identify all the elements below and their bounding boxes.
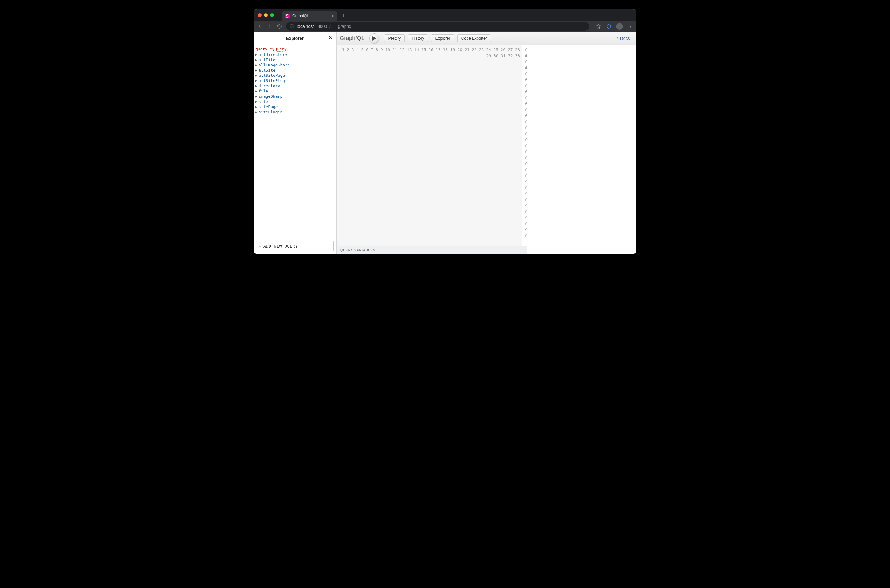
explorer-panel: Explorer query MyQuery ▶allDirectory▶all… — [254, 32, 336, 254]
add-new-query-button[interactable]: + ADD NEW QUERY — [256, 241, 334, 251]
explorer-field[interactable]: ▶allSite — [255, 68, 335, 73]
query-variables-label: QUERY VARIABLES — [340, 248, 375, 252]
graphiql-logo: GraphiQL — [339, 35, 365, 42]
editor-content[interactable]: # Welcome to GraphiQL # # GraphiQL is an… — [522, 45, 527, 246]
caret-right-icon: ▶ — [255, 94, 257, 98]
caret-right-icon: ▶ — [255, 105, 257, 108]
svg-point-15 — [630, 27, 630, 28]
execute-button[interactable] — [369, 33, 379, 44]
caret-right-icon: ▶ — [255, 89, 257, 93]
forward-button[interactable] — [266, 23, 273, 30]
explorer-field-label: allSitePage — [258, 73, 285, 78]
explorer-field-label: allFile — [258, 57, 275, 62]
caret-right-icon: ▶ — [255, 100, 257, 103]
svg-point-13 — [630, 25, 630, 25]
browser-menu-icon[interactable] — [627, 23, 633, 30]
query-variables-bar[interactable]: QUERY VARIABLES — [336, 246, 527, 254]
explorer-field-label: allImageSharp — [258, 63, 290, 67]
omnibox[interactable]: localhost:8000/___graphql — [286, 22, 589, 31]
docs-label: Docs — [620, 36, 630, 41]
explorer-field[interactable]: ▶allSitePage — [255, 73, 335, 78]
window-controls — [257, 9, 276, 21]
svg-point-14 — [630, 26, 630, 27]
explorer-field-label: allSitePlugin — [258, 78, 290, 83]
explorer-body: query MyQuery ▶allDirectory▶allFile▶allI… — [254, 45, 336, 238]
workspace: 1 2 3 4 5 6 7 8 9 10 11 12 13 14 15 16 1… — [336, 45, 636, 254]
caret-right-icon: ▶ — [255, 79, 257, 82]
tab-title: GraphiQL — [292, 14, 309, 18]
explorer-field[interactable]: ▶sitePage — [255, 104, 335, 110]
tab-strip: GraphiQL × + — [282, 9, 348, 21]
query-keyword: query — [255, 47, 267, 51]
caret-right-icon: ▶ — [255, 110, 257, 114]
logo-suffix: QL — [357, 35, 365, 41]
explorer-field[interactable]: ▶allImageSharp — [255, 62, 335, 68]
query-editor[interactable]: 1 2 3 4 5 6 7 8 9 10 11 12 13 14 15 16 1… — [336, 45, 527, 246]
graphiql-app: Explorer query MyQuery ▶allDirectory▶all… — [254, 32, 636, 254]
reload-button[interactable] — [276, 23, 282, 30]
svg-marker-11 — [596, 24, 600, 28]
browser-tab[interactable]: GraphiQL × — [282, 11, 337, 21]
profile-avatar[interactable] — [616, 23, 623, 30]
caret-right-icon: ▶ — [255, 58, 257, 62]
main-panel: GraphiQL Prettify History Explorer Code … — [336, 32, 636, 254]
explorer-field[interactable]: ▶imageSharp — [255, 94, 335, 99]
explorer-button[interactable]: Explorer — [431, 34, 454, 42]
tab-close-icon[interactable]: × — [332, 14, 334, 18]
explorer-field-label: sitePlugin — [258, 110, 282, 114]
docs-button[interactable]: Docs — [612, 32, 633, 45]
explorer-field[interactable]: ▶site — [255, 99, 335, 104]
add-new-query-label: ADD NEW QUERY — [263, 244, 298, 249]
new-tab-button[interactable]: + — [339, 12, 348, 20]
explorer-field[interactable]: ▶allFile — [255, 57, 335, 62]
explorer-field-label: allDirectory — [258, 52, 287, 57]
editor-gutter: 1 2 3 4 5 6 7 8 9 10 11 12 13 14 15 16 1… — [336, 45, 522, 246]
svg-marker-1 — [286, 15, 289, 17]
caret-right-icon: ▶ — [255, 63, 257, 67]
graphql-favicon-icon — [285, 14, 290, 18]
window-close-button[interactable] — [258, 13, 261, 17]
caret-right-icon: ▶ — [255, 74, 257, 77]
url-host: localhost — [297, 24, 314, 29]
urlbar-actions — [595, 23, 633, 30]
window-zoom-button[interactable] — [270, 13, 274, 17]
extension-icon[interactable] — [606, 23, 612, 30]
explorer-field-label: sitePage — [258, 105, 278, 109]
site-info-icon[interactable] — [290, 24, 294, 29]
explorer-field-label: allSite — [258, 68, 275, 72]
titlebar: GraphiQL × + — [254, 9, 636, 21]
bookmark-icon[interactable] — [595, 23, 602, 30]
svg-point-10 — [292, 25, 292, 25]
caret-right-icon: ▶ — [255, 69, 257, 72]
caret-right-icon: ▶ — [255, 84, 257, 87]
explorer-field[interactable]: ▶file — [255, 88, 335, 94]
explorer-query-declaration[interactable]: query MyQuery — [255, 46, 335, 52]
explorer-header: Explorer — [254, 32, 336, 45]
explorer-title: Explorer — [286, 36, 304, 41]
url-port: :8000 — [316, 24, 327, 29]
explorer-field-label: site — [258, 99, 268, 104]
explorer-footer: + ADD NEW QUERY — [254, 238, 336, 254]
caret-right-icon: ▶ — [255, 53, 257, 56]
explorer-field[interactable]: ▶allDirectory — [255, 52, 335, 57]
graphiql-toolbar: GraphiQL Prettify History Explorer Code … — [336, 32, 636, 45]
prettify-button[interactable]: Prettify — [384, 34, 404, 42]
results-pane — [527, 45, 636, 254]
history-button[interactable]: History — [408, 34, 428, 42]
window-minimize-button[interactable] — [264, 13, 268, 17]
explorer-close-icon[interactable] — [328, 35, 333, 42]
plus-icon: + — [259, 244, 261, 249]
editor-pane: 1 2 3 4 5 6 7 8 9 10 11 12 13 14 15 16 1… — [336, 45, 527, 254]
code-exporter-button[interactable]: Code Exporter — [457, 34, 491, 42]
chevron-left-icon — [616, 36, 619, 40]
explorer-field[interactable]: ▶directory — [255, 83, 335, 88]
url-path: /___graphql — [329, 24, 352, 29]
back-button[interactable] — [257, 23, 263, 30]
logo-prefix: Graph — [339, 35, 356, 41]
explorer-field-label: directory — [258, 84, 280, 88]
explorer-field-label: imageSharp — [258, 94, 282, 99]
query-name: MyQuery — [270, 47, 287, 51]
browser-window: GraphiQL × + localhost:8000/___graphql — [254, 9, 636, 254]
explorer-field[interactable]: ▶sitePlugin — [255, 110, 335, 115]
explorer-field[interactable]: ▶allSitePlugin — [255, 78, 335, 83]
